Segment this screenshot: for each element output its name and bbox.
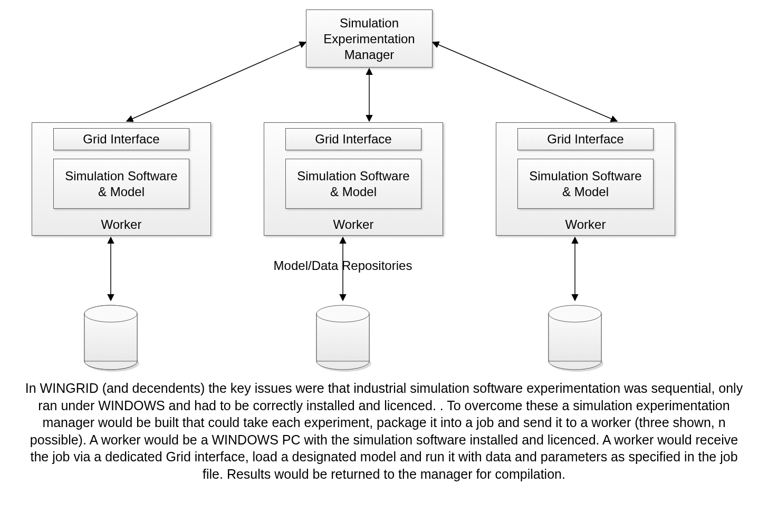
caption-text: In WINGRID (and decendents) the key issu…	[21, 380, 747, 482]
worker-box: Grid Interface Simulation Software & Mod…	[264, 122, 443, 236]
svg-point-18	[551, 355, 603, 372]
simulation-software-box: Simulation Software & Model	[53, 159, 189, 209]
svg-point-10	[84, 353, 137, 370]
svg-point-13	[319, 355, 371, 372]
repository-cylinder	[549, 305, 603, 372]
svg-point-7	[84, 305, 137, 322]
svg-point-12	[84, 305, 137, 322]
svg-point-22	[549, 305, 601, 322]
svg-point-8	[84, 353, 137, 370]
worker-title: Worker	[264, 217, 443, 232]
svg-rect-11	[84, 314, 137, 361]
simulation-software-label: Simulation Software & Model	[529, 168, 641, 200]
grid-interface-box: Grid Interface	[517, 128, 654, 150]
repository-cylinder	[84, 305, 139, 372]
svg-point-9	[87, 355, 139, 372]
grid-interface-label: Grid Interface	[83, 131, 159, 147]
simulation-software-label: Simulation Software & Model	[297, 168, 409, 200]
svg-rect-6	[84, 314, 137, 361]
simulation-software-box: Simulation Software & Model	[517, 159, 654, 209]
manager-box: Simulation Experimentation Manager	[306, 9, 433, 67]
svg-rect-21	[549, 314, 601, 361]
svg-point-17	[316, 305, 369, 322]
svg-line-0	[127, 42, 306, 121]
worker-title: Worker	[496, 217, 675, 232]
worker-title: Worker	[32, 217, 210, 232]
simulation-software-label: Simulation Software & Model	[65, 168, 177, 200]
grid-interface-box: Grid Interface	[285, 128, 421, 150]
manager-label: Simulation Experimentation Manager	[306, 15, 432, 63]
grid-interface-label: Grid Interface	[547, 131, 623, 147]
grid-interface-box: Grid Interface	[53, 128, 189, 150]
svg-rect-19	[549, 314, 601, 361]
worker-box: Grid Interface Simulation Software & Mod…	[496, 122, 675, 236]
grid-interface-label: Grid Interface	[315, 131, 391, 147]
repository-cylinder	[316, 305, 371, 372]
svg-rect-16	[316, 314, 369, 361]
svg-point-15	[316, 353, 369, 370]
simulation-software-box: Simulation Software & Model	[285, 159, 421, 209]
svg-point-20	[549, 353, 601, 370]
repositories-label: Model/Data Repositories	[269, 258, 417, 273]
worker-box: Grid Interface Simulation Software & Mod…	[32, 122, 211, 236]
svg-line-2	[433, 42, 617, 121]
svg-rect-14	[316, 314, 369, 361]
